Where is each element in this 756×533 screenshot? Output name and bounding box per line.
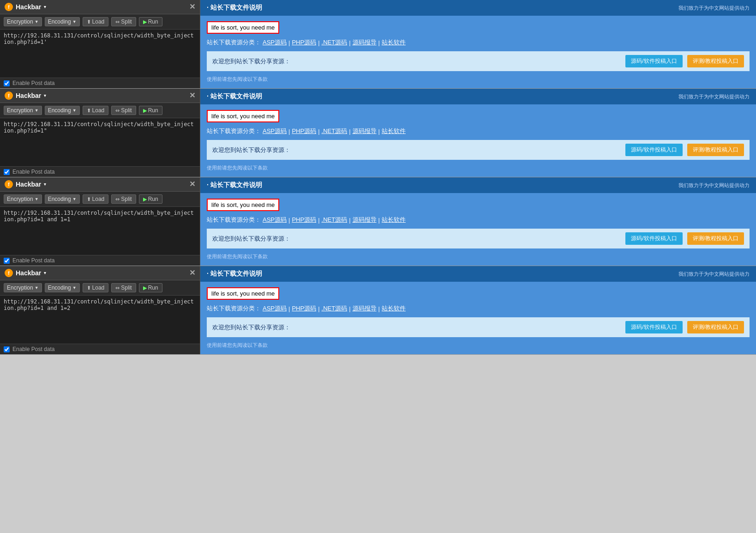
load-label-4: Load xyxy=(92,285,105,291)
separator: | xyxy=(378,305,380,312)
hackbar-toolbar-2: Encryption ▼ Encoding ▼ ⬆ Load ⇔ Split ▶… xyxy=(0,103,200,118)
hackbar-close-button-3[interactable]: ✕ xyxy=(189,181,195,188)
category-link-4-3[interactable]: 源码报导 xyxy=(353,304,377,313)
separator: | xyxy=(288,305,290,312)
welcome-text-1: 欢迎您到站长下载分享资源： xyxy=(212,57,621,66)
split-button-3[interactable]: ⇔ Split xyxy=(111,194,136,204)
terms-text-2: 使用前请您先阅读以下条款 xyxy=(207,164,750,171)
submit-code-button-1[interactable]: 源码/软件投稿入口 xyxy=(625,55,682,67)
category-link-3-3[interactable]: 源码报导 xyxy=(353,216,377,224)
hackbar-footer-2: Enable Post data xyxy=(0,167,200,177)
site-header-subtitle-4: 我们致力于为中文网站提供动力 xyxy=(678,271,750,278)
category-link-2-3[interactable]: 源码报导 xyxy=(353,127,377,135)
category-link-4-0[interactable]: ASP源码 xyxy=(263,304,287,313)
category-link-1-1[interactable]: PHP源码 xyxy=(292,38,316,47)
run-button-4[interactable]: ▶ Run xyxy=(139,283,162,292)
hackbar-chevron-3[interactable]: ▾ xyxy=(44,182,46,187)
panel-row-1: f Hackbar ▾ ✕ Encryption ▼ Encoding ▼ ⬆ … xyxy=(0,0,756,89)
load-icon-3: ⬆ xyxy=(87,196,91,202)
hackbar-title-3: Hackbar xyxy=(16,181,41,188)
encoding-label-1: Encoding xyxy=(48,18,71,25)
split-button-4[interactable]: ⇔ Split xyxy=(111,283,136,292)
category-link-2-2[interactable]: .NET源码 xyxy=(322,127,348,135)
category-link-3-2[interactable]: .NET源码 xyxy=(322,216,348,224)
category-line-3: 站长下载资源分类： ASP源码 | PHP源码 | .NET源码 | 源码报导 … xyxy=(207,216,750,224)
submit-review-button-1[interactable]: 评测/教程投稿入口 xyxy=(687,55,744,67)
encryption-dropdown-2[interactable]: Encryption ▼ xyxy=(4,106,42,115)
welcome-bar-3: 欢迎您到站长下载分享资源： 源码/软件投稿入口 评测/教程投稿入口 xyxy=(207,229,750,248)
hackbar-toolbar-1: Encryption ▼ Encoding ▼ ⬆ Load ⇔ Split ▶… xyxy=(0,14,200,29)
site-header-title-1: · 站长下载文件说明 xyxy=(207,4,262,12)
enable-post-checkbox-4[interactable] xyxy=(4,346,10,352)
submit-code-button-4[interactable]: 源码/软件投稿入口 xyxy=(625,321,682,333)
category-link-3-4[interactable]: 站长软件 xyxy=(382,216,406,224)
load-button-4[interactable]: ⬆ Load xyxy=(83,283,109,292)
encryption-dropdown-3[interactable]: Encryption ▼ xyxy=(4,194,42,204)
hackbar-logo-2: f xyxy=(5,91,13,100)
load-button-1[interactable]: ⬆ Load xyxy=(83,17,109,26)
hackbar-close-button-1[interactable]: ✕ xyxy=(189,3,195,11)
load-button-3[interactable]: ⬆ Load xyxy=(83,194,109,204)
encryption-dropdown-1[interactable]: Encryption ▼ xyxy=(4,17,42,26)
hackbar-toolbar-4: Encryption ▼ Encoding ▼ ⬆ Load ⇔ Split ▶… xyxy=(0,280,200,295)
site-header-title-2: · 站长下载文件说明 xyxy=(207,92,262,101)
encoding-dropdown-4[interactable]: Encoding ▼ xyxy=(45,283,80,292)
category-link-2-4[interactable]: 站长软件 xyxy=(382,127,406,135)
submit-review-button-3[interactable]: 评测/教程投稿入口 xyxy=(687,232,744,245)
url-textarea-4[interactable]: http://192.168.31.131/control/sqlinject/… xyxy=(0,295,200,344)
submit-review-button-4[interactable]: 评测/教程投稿入口 xyxy=(687,321,744,333)
encryption-label-1: Encryption xyxy=(7,18,33,25)
enable-post-label-4: Enable Post data xyxy=(12,346,54,352)
site-header-4: · 站长下载文件说明 我们致力于为中文网站提供动力 xyxy=(200,266,756,282)
right-panel-4: · 站长下载文件说明 我们致力于为中文网站提供动力 life is sort, … xyxy=(200,266,756,354)
hackbar-close-button-2[interactable]: ✕ xyxy=(189,92,195,99)
run-button-3[interactable]: ▶ Run xyxy=(139,194,162,204)
submit-code-button-3[interactable]: 源码/软件投稿入口 xyxy=(625,232,682,245)
category-link-2-1[interactable]: PHP源码 xyxy=(292,127,316,135)
hackbar-footer-4: Enable Post data xyxy=(0,344,200,354)
encoding-dropdown-1[interactable]: Encoding ▼ xyxy=(45,17,80,26)
category-link-3-0[interactable]: ASP源码 xyxy=(263,216,287,224)
url-textarea-1[interactable]: http://192.168.31.131/control/sqlinject/… xyxy=(0,29,200,78)
category-link-1-2[interactable]: .NET源码 xyxy=(322,38,348,47)
split-label-1: Split xyxy=(121,18,132,25)
category-link-4-1[interactable]: PHP源码 xyxy=(292,304,316,313)
category-link-1-3[interactable]: 源码报导 xyxy=(353,38,377,47)
enable-post-checkbox-1[interactable] xyxy=(4,80,10,86)
category-link-2-0[interactable]: ASP源码 xyxy=(263,127,287,135)
run-button-2[interactable]: ▶ Run xyxy=(139,106,162,115)
hackbar-title-2: Hackbar xyxy=(16,92,41,99)
run-label-4: Run xyxy=(148,285,158,291)
encoding-dropdown-2[interactable]: Encoding ▼ xyxy=(45,106,80,115)
split-button-2[interactable]: ⇔ Split xyxy=(111,106,136,115)
encryption-label-4: Encryption xyxy=(7,285,33,291)
enable-post-checkbox-2[interactable] xyxy=(4,169,10,175)
separator: | xyxy=(378,39,380,46)
category-link-1-0[interactable]: ASP源码 xyxy=(263,38,287,47)
category-link-4-4[interactable]: 站长软件 xyxy=(382,304,406,313)
hackbar-header-left-3: f Hackbar ▾ xyxy=(5,180,46,188)
enable-post-label-2: Enable Post data xyxy=(12,169,54,175)
encoding-dropdown-3[interactable]: Encoding ▼ xyxy=(45,194,80,204)
split-button-1[interactable]: ⇔ Split xyxy=(111,17,136,26)
url-textarea-3[interactable]: http://192.168.31.131/control/sqlinject/… xyxy=(0,206,200,255)
category-link-3-1[interactable]: PHP源码 xyxy=(292,216,316,224)
url-textarea-2[interactable]: http://192.168.31.131/control/sqlinject/… xyxy=(0,118,200,167)
load-button-2[interactable]: ⬆ Load xyxy=(83,106,109,115)
category-line-4: 站长下载资源分类： ASP源码 | PHP源码 | .NET源码 | 源码报导 … xyxy=(207,304,750,313)
encryption-label-2: Encryption xyxy=(7,107,33,114)
submit-review-button-2[interactable]: 评测/教程投稿入口 xyxy=(687,144,744,156)
run-button-1[interactable]: ▶ Run xyxy=(139,17,162,26)
submit-code-button-2[interactable]: 源码/软件投稿入口 xyxy=(625,144,682,156)
right-panel-3: · 站长下载文件说明 我们致力于为中文网站提供动力 life is sort, … xyxy=(200,177,756,266)
encryption-dropdown-4[interactable]: Encryption ▼ xyxy=(4,283,42,292)
hackbar-chevron-1[interactable]: ▾ xyxy=(44,5,46,9)
category-link-1-4[interactable]: 站长软件 xyxy=(382,38,406,47)
hackbar-chevron-4[interactable]: ▾ xyxy=(44,271,46,275)
hackbar-chevron-2[interactable]: ▾ xyxy=(44,93,46,98)
enable-post-checkbox-3[interactable] xyxy=(4,258,10,264)
run-icon-3: ▶ xyxy=(143,196,147,202)
terms-text-1: 使用前请您先阅读以下条款 xyxy=(207,76,750,83)
category-link-4-2[interactable]: .NET源码 xyxy=(322,304,348,313)
hackbar-close-button-4[interactable]: ✕ xyxy=(189,269,195,277)
